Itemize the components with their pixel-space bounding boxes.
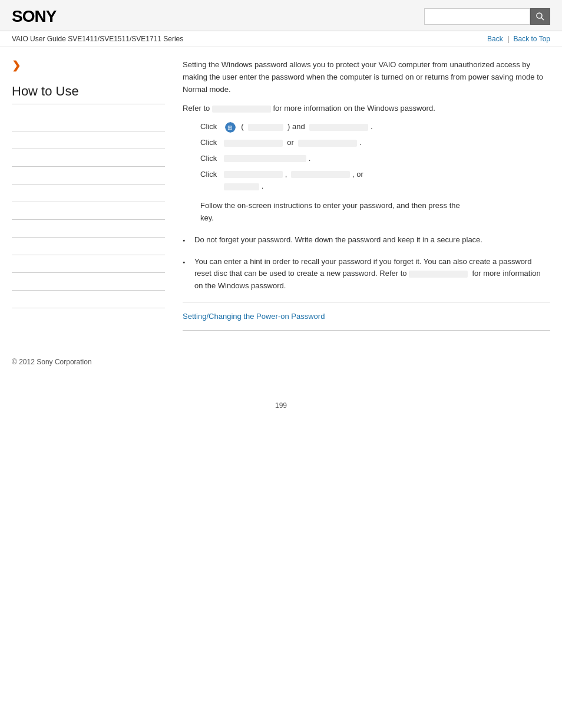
bottom-divider — [183, 330, 550, 331]
sidebar-item-1[interactable] — [12, 114, 165, 131]
svg-text:⊞: ⊞ — [227, 124, 232, 131]
search-input[interactable] — [424, 8, 530, 25]
sidebar-item-10[interactable] — [12, 273, 165, 291]
top-divider — [183, 302, 550, 302]
sidebar-item-5[interactable] — [12, 185, 165, 202]
windows-start-icon: ⊞ — [225, 122, 236, 133]
bullet-item-2: ● You can enter a hint in order to recal… — [183, 256, 550, 292]
step-1-label: Click — [200, 121, 224, 133]
refer-placeholder — [212, 106, 271, 113]
content-intro: Setting the Windows password allows you … — [183, 59, 550, 95]
page-header: SONY — [0, 0, 562, 31]
sidebar-item-11[interactable] — [12, 291, 165, 308]
bullet-text-1: Do not forget your password. Write down … — [194, 234, 550, 246]
sidebar-item-7[interactable] — [12, 220, 165, 238]
sidebar: ❯ How to Use — [12, 53, 177, 340]
step-2-label: Click — [200, 137, 224, 149]
step-2-content: or . — [224, 137, 550, 149]
copyright: © 2012 Sony Corporation — [12, 358, 92, 366]
svg-line-1 — [541, 18, 544, 20]
step-4: Click , , or . — [200, 169, 550, 193]
sidebar-item-2[interactable] — [12, 131, 165, 149]
bullet-text-2: You can enter a hint in order to recall … — [194, 256, 550, 292]
search-area — [424, 8, 550, 25]
bullets-section: ● Do not forget your password. Write dow… — [183, 234, 550, 292]
back-link[interactable]: Back — [487, 35, 503, 43]
follow-line: Follow the on-screen instructions to ent… — [200, 200, 550, 225]
power-on-password-link[interactable]: Setting/Changing the Power-on Password — [183, 312, 325, 321]
search-icon — [535, 12, 545, 21]
step-3-label: Click — [200, 153, 224, 165]
main-container: ❯ How to Use Setting the Windows passwor… — [0, 53, 562, 340]
guide-title: VAIO User Guide SVE1411/SVE1511/SVE1711 … — [12, 35, 183, 43]
search-button[interactable] — [530, 8, 550, 25]
bullet-dot-2: ● — [183, 256, 194, 265]
nav-separator: | — [507, 35, 511, 43]
bullet-dot-1: ● — [183, 234, 194, 243]
sidebar-title: How to Use — [12, 84, 165, 104]
steps-list: Click ⊞ ( ) and . — [200, 121, 550, 193]
step-2: Click or . — [200, 137, 550, 149]
nav-links: Back | Back to Top — [487, 35, 550, 43]
page-number: 199 — [0, 401, 562, 421]
sidebar-item-8[interactable] — [12, 238, 165, 255]
sidebar-item-9[interactable] — [12, 255, 165, 273]
nav-bar: VAIO User Guide SVE1411/SVE1511/SVE1711 … — [0, 31, 562, 47]
related-links: Setting/Changing the Power-on Password — [183, 312, 550, 321]
bullet-item-1: ● Do not forget your password. Write dow… — [183, 234, 550, 246]
step-4-content: , , or . — [224, 169, 550, 193]
sidebar-item-6[interactable] — [12, 202, 165, 220]
sidebar-chevron: ❯ — [12, 59, 165, 72]
sony-logo: SONY — [12, 7, 56, 26]
step-1-content: ⊞ ( ) and . — [224, 121, 550, 133]
sidebar-item-4[interactable] — [12, 167, 165, 185]
step-1: Click ⊞ ( ) and . — [200, 121, 550, 133]
svg-point-0 — [537, 13, 542, 18]
step-4-label: Click — [200, 169, 224, 181]
step-3-content: . — [224, 153, 550, 165]
footer: © 2012 Sony Corporation — [0, 340, 562, 378]
back-to-top-link[interactable]: Back to Top — [514, 35, 551, 43]
sidebar-item-3[interactable] — [12, 149, 165, 167]
step-3: Click . — [200, 153, 550, 165]
refer-line: Refer to for more information on the Win… — [183, 103, 550, 115]
content-area: Setting the Windows password allows you … — [177, 53, 550, 340]
